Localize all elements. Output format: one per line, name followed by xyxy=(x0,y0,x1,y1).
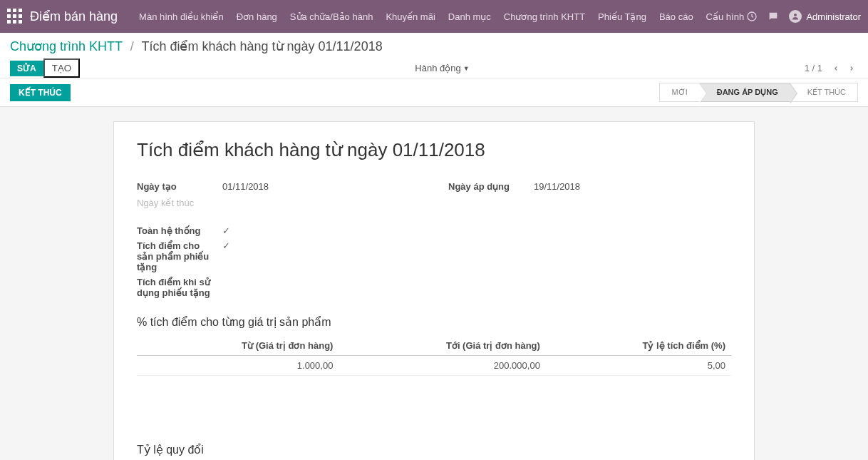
cell-from: 1.000,00 xyxy=(137,356,339,376)
label-system-wide: Toàn hệ thống xyxy=(137,225,222,236)
caret-down-icon: ▼ xyxy=(463,65,470,72)
menu-dashboard[interactable]: Màn hình điều khiển xyxy=(139,11,224,22)
label-apply-date: Ngày áp dụng xyxy=(448,181,534,192)
menu-orders[interactable]: Đơn hàng xyxy=(237,11,277,22)
value-create-date: 01/11/2018 xyxy=(222,181,269,192)
status-step-new[interactable]: MỚI xyxy=(659,83,699,102)
main-menu: Màn hình điều khiển Đơn hàng Sửa chữa/Bả… xyxy=(139,11,744,22)
table-row[interactable]: 1.000,00 200.000,00 5,00 xyxy=(137,356,731,376)
value-apply-date: 19/11/2018 xyxy=(534,181,580,192)
check-earn-gift: ✓ xyxy=(222,240,230,251)
section-percent-title: % tích điểm cho từng giá trị sản phẩm xyxy=(137,315,731,329)
percent-table: Từ (Giá trị đơn hàng) Tới (Giá trị đơn h… xyxy=(137,336,731,376)
pager-prev-button[interactable] xyxy=(830,62,842,75)
menu-catalog[interactable]: Danh mục xyxy=(448,11,491,22)
menu-gift-voucher[interactable]: Phiếu Tặng xyxy=(598,11,646,22)
app-brand: Điểm bán hàng xyxy=(30,9,118,24)
pager-next-button[interactable] xyxy=(845,62,858,75)
form-sheet: Tích điểm khách hàng từ ngày 01/11/2018 … xyxy=(113,121,755,460)
menu-report[interactable]: Báo cáo xyxy=(659,11,693,22)
avatar-icon xyxy=(789,10,802,23)
record-title: Tích điểm khách hàng từ ngày 01/11/2018 xyxy=(137,139,731,161)
clock-icon[interactable] xyxy=(746,11,758,22)
col-from: Từ (Giá trị đơn hàng) xyxy=(137,336,339,356)
col-rate: Tỷ lệ tích điểm (%) xyxy=(546,336,731,356)
menu-config[interactable]: Cấu hình xyxy=(706,11,745,22)
apps-icon[interactable] xyxy=(7,9,23,24)
cell-to: 200.000,00 xyxy=(339,356,545,376)
chat-icon[interactable] xyxy=(768,11,779,22)
breadcrumb-current: Tích điểm khách hàng từ ngày 01/11/2018 xyxy=(141,39,382,53)
edit-button[interactable]: SỬA xyxy=(10,61,43,76)
menu-promotion[interactable]: Khuyến mãi xyxy=(386,11,435,22)
pager-text: 1 / 1 xyxy=(805,63,822,73)
user-name: Administrator xyxy=(806,11,861,22)
label-create-date: Ngày tạo xyxy=(137,181,222,192)
cell-rate: 5,00 xyxy=(546,356,731,376)
svg-point-1 xyxy=(794,14,797,16)
breadcrumb-parent[interactable]: Chương trình KHTT xyxy=(10,39,123,53)
menu-loyalty-program[interactable]: Chương trình KHTT xyxy=(504,11,585,22)
status-bar: MỚI ĐANG ÁP DỤNG KẾT THÚC xyxy=(659,83,858,102)
user-menu[interactable]: Administrator xyxy=(789,10,861,23)
menu-repair[interactable]: Sửa chữa/Bảo hành xyxy=(290,11,373,22)
col-to: Tới (Giá trị đơn hàng) xyxy=(339,336,545,356)
breadcrumb: Chương trình KHTT / Tích điểm khách hàng… xyxy=(10,39,383,54)
finish-button[interactable]: KẾT THÚC xyxy=(10,84,71,101)
label-earn-when-gift: Tích điểm khi sử dụng phiếu tặng xyxy=(137,277,222,298)
label-earn-gift: Tích điểm cho sản phẩm phiếu tặng xyxy=(137,240,222,272)
create-button[interactable]: TẠO xyxy=(43,58,81,78)
section-conversion-title: Tỷ lệ quy đổi xyxy=(137,443,731,456)
action-dropdown[interactable]: Hành động ▼ xyxy=(415,63,469,73)
status-step-finished[interactable]: KẾT THÚC xyxy=(790,83,858,102)
status-step-applying[interactable]: ĐANG ÁP DỤNG xyxy=(700,83,790,102)
label-end-date: Ngày kết thúc xyxy=(137,198,222,208)
check-system-wide: ✓ xyxy=(222,225,230,236)
